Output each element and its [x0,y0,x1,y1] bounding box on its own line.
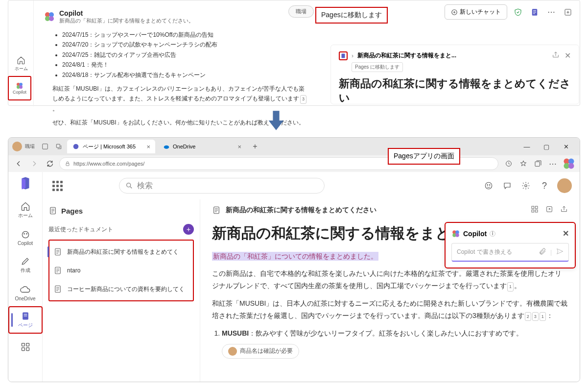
sidebar-item-copilot-highlighted[interactable]: Copilot [8,76,31,100]
browser-tab-active[interactable]: ページ | Microsoft 365 × [67,140,155,153]
close-icon[interactable]: ✕ [564,51,571,60]
copilot-sidebar-icon[interactable] [562,157,576,171]
rail-item-copilot[interactable]: Copilot [8,224,43,251]
m365-app: 検索 ? ホーム Copilot 作成 [8,172,580,382]
maximize-button[interactable]: ▢ [537,138,556,155]
product-list[interactable]: MUSUBI：飲みやすく苦味が少ないリーフタイプ。紅茶をおいしく楽しみたい人にお… [212,327,568,340]
search-placeholder: 検索 [137,181,153,191]
svg-point-55 [455,233,459,237]
svg-point-14 [19,85,23,89]
list-item: 2024/7/25：雑誌でのタイアップ企画や広告 [62,50,307,60]
pages-card-title: 新商品の和紅茶に関する情報をまとめてください [339,77,571,105]
forward-button[interactable] [28,157,41,170]
browser-tab-onedrive[interactable]: OneDrive × [158,140,246,153]
page-doc-icon[interactable] [339,51,348,60]
svg-point-33 [24,233,25,235]
citation-ref[interactable]: 2 [525,312,531,321]
chevron-right-icon: › [352,52,353,59]
svg-point-19 [164,146,169,149]
tab-close-icon[interactable]: × [237,143,241,150]
settings-icon[interactable] [520,180,532,192]
document-list-item[interactable]: コーヒー新商品についての資料を要約してく [49,280,193,298]
document-list-highlighted: 新商品の和紅茶に関する情報をまとめてく ntaro コーヒー新商品についての資料… [48,240,194,301]
sidebar-item-home[interactable]: ホーム [8,51,34,76]
suggestion-chip[interactable]: 商品名は確認が必要 [222,344,299,359]
new-page-button[interactable]: + [183,224,194,235]
tab-label: ページ | Microsoft 365 [83,143,136,150]
refresh-button[interactable] [44,157,56,170]
workplace-pill[interactable]: 職場 [288,5,314,18]
profile-avatar-icon[interactable] [12,142,22,151]
svg-rect-41 [26,348,29,351]
citation-ref[interactable]: 1 [540,312,546,321]
favorite-icon[interactable] [516,157,531,170]
share-icon[interactable] [552,51,560,60]
svg-point-18 [73,144,79,149]
rail-item-apps[interactable] [8,334,43,361]
copilot-panel-title: Copilot [463,230,487,238]
pages-heading: Pages [48,206,194,215]
svg-rect-38 [22,343,24,346]
info-icon[interactable]: i [490,231,495,237]
workspace-icon[interactable] [40,141,50,152]
pages-breadcrumb[interactable]: 新商品の和紅茶に関する情報をまと... [357,51,456,60]
svg-rect-7 [533,12,536,12]
open-icon[interactable] [545,205,553,215]
share-icon[interactable] [560,205,568,215]
rail-label: Copilot [18,241,33,246]
back-button[interactable] [12,157,25,170]
highlighted-text: 新商品の「和紅茶」についての情報をまとめました。 [212,252,378,261]
rail-item-onedrive[interactable]: OneDrive [8,279,43,306]
rail-item-pages-highlighted[interactable]: ページ [8,306,43,334]
collections-icon[interactable] [531,157,545,170]
rail-item-create[interactable]: 作成 [8,251,43,279]
browser-tabs-bar: 職場 ページ | Microsoft 365 × OneDrive × + — … [8,138,580,155]
grid-view-icon[interactable] [531,205,539,215]
expand-icon[interactable] [562,6,574,18]
user-avatar[interactable] [557,178,572,193]
copilot-prompt-input[interactable]: Copilot で書き換える | [451,243,569,262]
breadcrumb-text[interactable]: 新商品の和紅茶に関する情報をまとめてください [226,206,376,215]
svg-rect-37 [24,316,27,316]
app-launcher-icon[interactable] [50,179,64,193]
pages-card-header: › 新商品の和紅茶に関する情報をまと... ✕ [339,51,571,60]
read-aloud-icon[interactable] [501,157,516,170]
citation-badge[interactable]: 3 [300,95,306,103]
feedback-icon[interactable] [501,180,513,192]
copilot-icon [451,229,460,238]
new-chat-button[interactable]: 新しいチャット [445,4,507,20]
help-icon[interactable]: ? [539,180,550,192]
page-actions [531,205,568,215]
browser-more-icon[interactable]: ⋯ [545,157,560,170]
emoji-icon[interactable] [483,180,494,192]
citation-ref[interactable]: 3 [532,312,539,321]
shield-icon[interactable] [512,6,524,18]
attach-icon[interactable] [539,247,546,257]
apps-icon [21,342,30,352]
document-list-item[interactable]: ntaro [49,261,193,280]
doc-title: ntaro [67,267,80,274]
close-window-button[interactable]: ✕ [556,138,576,155]
search-input[interactable]: 検索 [119,178,325,194]
page-breadcrumb: 新商品の和紅茶に関する情報をまとめてください [212,205,568,215]
svg-point-28 [485,182,492,189]
send-icon[interactable] [556,247,564,257]
body-paragraph[interactable]: この新商品は、自宅で本格的な和紅茶を楽しみたい人に向けた本格的な紅茶です。厳選さ… [212,268,568,292]
more-icon[interactable]: ⋯ [545,6,557,18]
m365-logo-icon[interactable] [18,176,33,191]
doc-icon [53,285,62,293]
tab-close-icon[interactable]: × [146,143,150,150]
minimize-button[interactable]: — [517,138,537,155]
close-panel-icon[interactable]: ✕ [563,229,569,238]
svg-rect-8 [533,13,535,14]
tabs-icon[interactable] [53,141,64,152]
citation-ref[interactable]: 1 [507,282,514,291]
window-controls: — ▢ ✕ [517,138,576,155]
body-paragraph[interactable]: 和紅茶「MUSUBI」は、日本人の紅茶に対するニーズに応えるために開発された新し… [212,297,568,322]
rail-item-home[interactable]: ホーム [8,196,43,224]
page-icon[interactable] [529,6,541,18]
document-list-item[interactable]: 新商品の和紅茶に関する情報をまとめてく [49,243,193,261]
copilot-brand-label: Copilot [59,9,194,17]
new-tab-button[interactable]: + [249,141,261,152]
svg-rect-17 [56,144,60,147]
